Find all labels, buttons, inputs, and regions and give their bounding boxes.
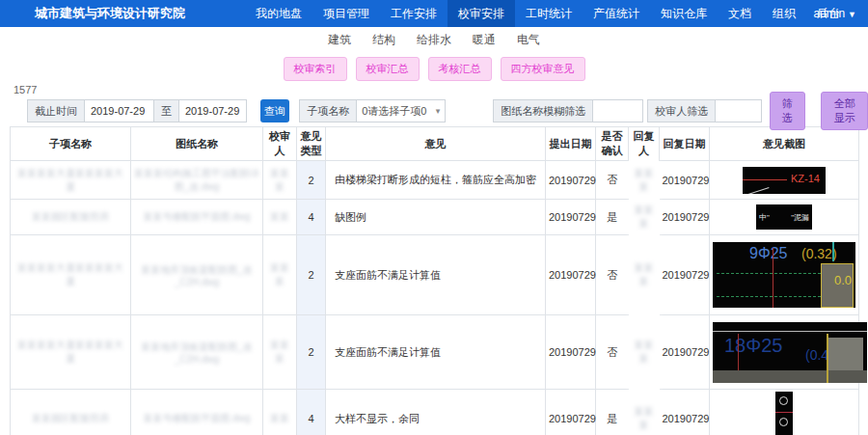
comment-screenshot[interactable]: 中" "泥漏 xyxy=(756,204,812,230)
user-menu[interactable]: admin▼ xyxy=(813,0,856,28)
cad-text: 中" xyxy=(759,212,770,223)
type-cell: 4 xyxy=(297,200,326,235)
date-cell: 20190729 xyxy=(546,390,596,435)
cad-grid-line xyxy=(713,331,867,332)
col-header-comment: 意见 xyxy=(326,127,546,161)
nav-item-knowledge-base[interactable]: 知识仓库 xyxy=(650,0,718,27)
review-summary-button[interactable]: 校审汇总 xyxy=(356,57,420,81)
type-cell: 2 xyxy=(297,235,326,315)
reviewer-cell: 某某 xyxy=(263,390,297,435)
col-header-replier: 回复人 xyxy=(629,127,660,161)
show-all-button[interactable]: 全部显示 xyxy=(821,92,868,130)
cad-rebar-text: 18Φ25 xyxy=(724,335,782,357)
review-index-button[interactable]: 校审索引 xyxy=(284,57,347,81)
drawing-cell: 某某地库顶板梁配筋图_改_C2H.dwg xyxy=(131,315,263,390)
comment-screenshot[interactable] xyxy=(775,392,793,435)
tab-electrical[interactable]: 电气 xyxy=(517,32,540,48)
filter-bar: 截止时间 至 查询 子项名称 0请选择子项0 ▾ 图纸名称模糊筛选 校审人筛选 … xyxy=(27,99,868,122)
col-header-subproject: 子项名称 xyxy=(11,127,131,161)
reviewer-cell: 某某某 xyxy=(263,235,297,315)
main-nav: 我的地盘 项目管理 工作安排 校审安排 工时统计 产值统计 知识仓库 文档 组织… xyxy=(245,0,851,27)
screenshot-cell: 18Φ25 (0.49) xyxy=(710,315,859,390)
date-to-input[interactable] xyxy=(179,99,247,122)
cad-section-symbol xyxy=(779,396,788,405)
reply-date-cell: 20190729 xyxy=(660,200,710,235)
type-cell: 4 xyxy=(297,390,326,435)
nav-item-output-stats[interactable]: 产值统计 xyxy=(583,0,650,27)
subitem-select[interactable]: 0请选择子项0 ▾ xyxy=(357,99,446,122)
table-row: 某某某某大厦某某某某大厦 某某地库顶板梁配筋图_改_C2H.dwg 某某某 2 … xyxy=(11,235,859,315)
date-cell: 20190729 xyxy=(546,200,596,235)
query-button[interactable]: 查询 xyxy=(260,99,289,122)
cad-grid-line xyxy=(827,334,828,383)
tab-structure[interactable]: 结构 xyxy=(372,32,395,48)
subproject-cell: 某某园区配套用房 xyxy=(11,390,131,435)
drawing-cell: 某某地库顶板梁配筋图_改_C2H.dwg xyxy=(131,235,263,315)
nav-item-documents[interactable]: 文档 xyxy=(718,0,762,27)
tab-plumbing[interactable]: 给排水 xyxy=(417,32,451,48)
date-range-group: 截止时间 至 xyxy=(27,99,247,122)
to-label: 至 xyxy=(154,99,179,122)
replier-cell: 某某某 xyxy=(629,390,660,435)
appraisal-summary-button[interactable]: 考核汇总 xyxy=(428,57,492,81)
table-row: 某某园区配套用房 某某号楼配筋平面图.dwg 某某 4 大样不显示，余同 201… xyxy=(11,390,859,435)
col-header-date: 提出日期 xyxy=(546,127,596,161)
col-header-reply-date: 回复日期 xyxy=(660,127,710,161)
confirmed-cell: 是 xyxy=(596,390,629,435)
cad-text: "泥漏 xyxy=(791,212,809,223)
discipline-tabs: 建筑 结构 给排水 暖通 电气 xyxy=(0,27,868,53)
nav-item-hours-stats[interactable]: 工时统计 xyxy=(515,0,583,27)
tab-hvac[interactable]: 暖通 xyxy=(473,32,496,48)
reviewer-cell: 某某某 xyxy=(263,315,297,390)
col-header-type: 意见类型 xyxy=(297,127,326,161)
col-header-drawing: 图纸名称 xyxy=(131,127,263,161)
nav-item-projects[interactable]: 项目管理 xyxy=(312,0,380,27)
top-navbar: 城市建筑与环境设计研究院 我的地盘 项目管理 工作安排 校审安排 工时统计 产值… xyxy=(0,0,868,27)
subproject-cell: 某某某某大厦某某某某大厦 xyxy=(11,315,131,390)
cad-red-line xyxy=(775,412,793,413)
table-header-row: 子项名称 图纸名称 校审人 意见类型 意见 提出日期 是否确认 回复人 回复日期… xyxy=(11,127,859,161)
cad-centerline xyxy=(773,248,773,308)
nav-item-organization[interactable]: 组织 xyxy=(762,0,806,27)
drawing-cell: 某某号楼配筋平面图.dwg xyxy=(131,200,263,235)
cad-red-line xyxy=(743,179,787,180)
type-cell: 2 xyxy=(297,315,326,390)
date-cell: 20190729 xyxy=(546,315,596,390)
nav-item-review-schedule[interactable]: 校审安排 xyxy=(448,0,515,27)
drawing-cell: 某某某结构施工图平法配筋详图_改.dwg xyxy=(131,161,263,200)
tab-architecture[interactable]: 建筑 xyxy=(328,32,351,48)
review-comments-table: 子项名称 图纸名称 校审人 意见类型 意见 提出日期 是否确认 回复人 回复日期… xyxy=(10,126,859,435)
drawing-filter-label: 图纸名称模糊筛选 xyxy=(493,99,593,122)
confirmed-cell: 否 xyxy=(596,315,629,390)
subproject-cell: 某某园区配套用房 xyxy=(11,200,131,235)
replier-cell: 某某某 xyxy=(629,200,660,235)
cad-section-symbol xyxy=(779,418,788,426)
comment-screenshot[interactable]: 18Φ25 (0.49) xyxy=(713,322,867,383)
subitem-selected-value: 0请选择子项0 xyxy=(362,104,426,119)
reviewer-filter-input[interactable] xyxy=(716,99,762,122)
review-action-buttons: 校审索引 校审汇总 考核汇总 四方校审意见 xyxy=(0,56,868,81)
subproject-cell: 某某某某大厦某某某某大厦 xyxy=(11,161,131,200)
comment-cell: 由楼梯梁打断形成的短柱，箍筋应全高加密 xyxy=(326,161,546,200)
drawing-filter-input[interactable] xyxy=(593,99,643,122)
reply-date-cell: 20190729 xyxy=(660,315,710,390)
comment-cell: 大样不显示，余同 xyxy=(326,390,546,435)
comment-cell: 支座面筋不满足计算值 xyxy=(326,235,546,315)
reply-date-cell: 20190729 xyxy=(660,235,710,315)
user-name: admin xyxy=(813,7,845,20)
date-from-input[interactable] xyxy=(85,99,154,122)
screenshot-cell: 9Φ25 (0.32) 0.0 xyxy=(710,235,859,315)
comment-screenshot[interactable]: 9Φ25 (0.32) 0.0 xyxy=(713,242,855,308)
cad-beam-bar xyxy=(713,370,867,383)
confirmed-cell: 否 xyxy=(596,161,629,200)
filter-button[interactable]: 筛选 xyxy=(770,92,805,130)
reply-date-cell: 20190729 xyxy=(660,390,710,435)
cad-label: KZ-14 xyxy=(791,173,820,184)
nav-item-work-schedule[interactable]: 工作安排 xyxy=(380,0,448,27)
fourparty-review-button[interactable]: 四方校审意见 xyxy=(501,57,585,81)
nav-item-my-space[interactable]: 我的地盘 xyxy=(245,0,312,27)
comment-screenshot[interactable]: KZ-14 xyxy=(743,167,826,194)
cad-value-text: 0.0 xyxy=(834,273,852,287)
cad-leader-line xyxy=(745,187,769,194)
reviewer-filter-group: 校审人筛选 xyxy=(647,99,762,122)
